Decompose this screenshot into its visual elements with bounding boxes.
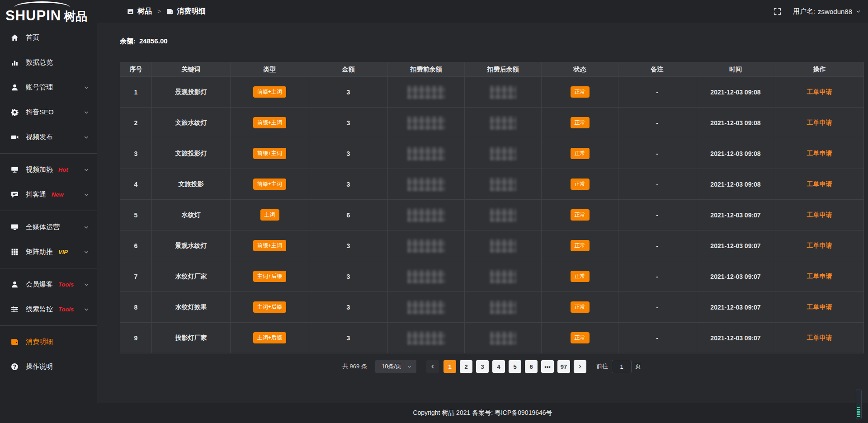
status-badge: 正常: [571, 240, 590, 251]
question-icon: [11, 363, 19, 371]
page-button-1[interactable]: 1: [443, 360, 456, 373]
browser-widget[interactable]: [856, 390, 862, 419]
time-cell: 2021-12-03 09:08: [696, 138, 775, 169]
table-row: 4文旅投影前缀+主词3正常-2021-12-03 09:08工单申请: [120, 169, 864, 200]
ticket-apply-link[interactable]: 工单申请: [807, 273, 832, 280]
amount-cell: 6: [309, 200, 388, 230]
ticket-apply-link[interactable]: 工单申请: [807, 242, 832, 249]
table-row: 5水纹灯主词6正常-2021-12-03 09:07工单申请: [120, 200, 864, 230]
menu-tag: Tools: [58, 306, 74, 313]
status-badge: 正常: [571, 179, 590, 189]
row-number: 2: [120, 108, 152, 138]
type-cell: 主词+后缀: [231, 323, 309, 353]
ticket-apply-link[interactable]: 工单申请: [807, 303, 832, 310]
ticket-apply-link[interactable]: 工单申请: [807, 150, 832, 157]
balance-after-cell: [465, 108, 542, 138]
sidebar-item-12[interactable]: 会员爆客Tools: [0, 272, 97, 297]
user-menu[interactable]: 用户名: zswodun88: [793, 7, 861, 16]
monitor-icon: [11, 223, 19, 231]
sidebar-item-2[interactable]: 账号管理: [0, 75, 97, 100]
page-button-6[interactable]: 6: [525, 360, 538, 373]
page-button-2[interactable]: 2: [460, 360, 472, 373]
amount-cell: 3: [309, 108, 388, 138]
fullscreen-icon[interactable]: [774, 8, 781, 15]
keyword-cell: 文旅投影: [152, 169, 231, 200]
ticket-apply-link[interactable]: 工单申请: [807, 180, 832, 188]
breadcrumb-item-consume-detail[interactable]: 消费明细: [166, 7, 206, 16]
time-cell: 2021-12-03 09:07: [696, 292, 775, 323]
keyword-cell: 水纹灯效果: [152, 292, 231, 323]
amount-cell: 3: [309, 323, 388, 353]
type-badge: 主词+后缀: [253, 271, 286, 282]
balance-before-cell: [388, 169, 465, 200]
next-page-button[interactable]: [574, 360, 586, 373]
goto-page-input[interactable]: [612, 360, 632, 373]
amount-cell: 3: [309, 169, 388, 200]
wallet-icon: [11, 338, 19, 346]
column-header: 备注: [618, 62, 696, 77]
note-cell: -: [618, 261, 696, 292]
prev-page-button[interactable]: [426, 360, 439, 373]
column-header: 扣费后余额: [465, 62, 542, 77]
home-icon: [11, 34, 19, 42]
action-cell: 工单申请: [775, 138, 864, 169]
balance-after-cell: [465, 292, 542, 323]
sidebar-item-15[interactable]: 消费明细: [0, 329, 97, 354]
chevron-down-icon: [84, 225, 89, 230]
page-button-3[interactable]: 3: [476, 360, 489, 373]
balance-after-cell: [465, 138, 542, 169]
note-cell: -: [618, 230, 696, 261]
table-row: 2文旅水纹灯前缀+主词3正常-2021-12-03 09:08工单申请: [120, 108, 864, 138]
redacted-balance-before: [407, 331, 445, 345]
sidebar-item-3[interactable]: 抖音SEO: [0, 100, 97, 125]
action-cell: 工单申请: [775, 200, 864, 230]
sidebar-item-10[interactable]: 矩阵助推VIP: [0, 240, 97, 264]
sidebar-item-0[interactable]: 首页: [0, 25, 97, 50]
sidebar-item-7[interactable]: 抖客通New: [0, 182, 97, 207]
page-button-4[interactable]: 4: [492, 360, 505, 373]
ticket-apply-link[interactable]: 工单申请: [807, 211, 832, 218]
sidebar-item-16[interactable]: 操作说明: [0, 354, 97, 379]
topbar-right: 用户名: zswodun88: [774, 7, 861, 16]
sidebar-item-label: 会员爆客: [26, 280, 53, 289]
ticket-apply-link[interactable]: 工单申请: [807, 334, 832, 341]
ticket-apply-link[interactable]: 工单申请: [807, 119, 832, 126]
chevron-down-icon: [856, 9, 861, 14]
logo-arc: [14, 1, 70, 7]
page-button-97[interactable]: 97: [557, 360, 570, 373]
action-cell: 工单申请: [775, 323, 864, 353]
goto-suffix: 页: [635, 362, 641, 371]
consume-table: 序号关键词类型金额扣费前余额扣费后余额状态备注时间操作 1景观投影灯前缀+主词3…: [120, 62, 864, 353]
redacted-balance-before: [407, 208, 445, 222]
page-size-select[interactable]: 10条/页: [375, 360, 416, 373]
heat-icon: [11, 166, 19, 174]
main-content: 余额:24856.00 序号关键词类型金额扣费前余额扣费后余额状态备注时间操作 …: [97, 23, 868, 403]
action-cell: 工单申请: [775, 77, 864, 108]
table-header-row: 序号关键词类型金额扣费前余额扣费后余额状态备注时间操作: [120, 62, 864, 77]
logo-text-cn: 树品: [64, 10, 87, 23]
gear-icon: [11, 108, 19, 116]
menu-tag: Tools: [58, 281, 74, 288]
breadcrumb-item-home[interactable]: 树品: [127, 7, 152, 16]
type-cell: 前缀+主词: [231, 138, 309, 169]
keyword-cell: 景观投影灯: [152, 77, 231, 108]
sidebar-item-13[interactable]: 线索监控Tools: [0, 297, 97, 322]
balance: 余额:24856.00: [120, 37, 868, 46]
redacted-balance-before: [407, 147, 445, 160]
ticket-apply-link[interactable]: 工单申请: [807, 88, 832, 95]
sidebar-item-4[interactable]: 视频发布: [0, 125, 97, 150]
page-button-5[interactable]: 5: [509, 360, 521, 373]
balance-after-cell: [465, 77, 542, 108]
sidebar-item-label: 账号管理: [26, 83, 53, 92]
menu-divider: [0, 153, 97, 154]
status-badge: 正常: [571, 301, 590, 312]
amount-cell: 3: [309, 77, 388, 108]
sidebar-item-1[interactable]: 数据总览: [0, 50, 97, 75]
sidebar-item-9[interactable]: 全媒体运营: [0, 215, 97, 240]
column-header: 操作: [775, 62, 864, 77]
sidebar-item-6[interactable]: 视频加热Hot: [0, 157, 97, 182]
more-pages-button[interactable]: •••: [541, 360, 554, 373]
amount-cell: 3: [309, 230, 388, 261]
type-badge: 前缀+主词: [253, 240, 286, 251]
redacted-balance-after: [490, 178, 516, 191]
